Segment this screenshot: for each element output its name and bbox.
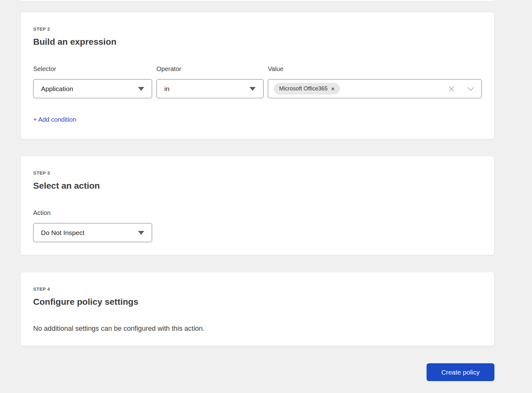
- selector-label: Selector: [33, 66, 152, 72]
- step3-card: STEP 3 Select an action Action Do Not In…: [20, 156, 494, 255]
- add-condition-link[interactable]: + Add condition: [33, 116, 76, 123]
- settings-note: No additional settings can be configured…: [33, 325, 482, 332]
- value-tag-label: Microsoft Office365: [279, 85, 328, 92]
- step3-label: STEP 3: [33, 170, 482, 176]
- operator-label: Operator: [156, 66, 263, 72]
- selector-dropdown[interactable]: Application: [33, 79, 152, 98]
- caret-down-icon: [138, 231, 144, 235]
- footer-actions: Create policy: [20, 363, 494, 381]
- step3-title: Select an action: [33, 181, 482, 191]
- action-field: Action Do Not Inspect: [33, 210, 152, 242]
- operator-dropdown[interactable]: in: [156, 79, 263, 98]
- action-label: Action: [33, 210, 152, 216]
- create-policy-button[interactable]: Create policy: [427, 363, 494, 381]
- value-tag: Microsoft Office365 ✕: [274, 83, 340, 94]
- expression-row: Selector Application Operator in Value M…: [33, 66, 482, 98]
- value-field: Value Microsoft Office365 ✕: [268, 66, 482, 98]
- step4-title: Configure policy settings: [33, 297, 482, 307]
- chevron-down-icon[interactable]: [467, 86, 474, 91]
- caret-down-icon: [249, 87, 256, 91]
- step2-title: Build an expression: [33, 37, 482, 47]
- multiselect-controls: [448, 85, 475, 92]
- step2-label: STEP 2: [33, 26, 482, 32]
- policy-form: STEP 2 Build an expression Selector Appl…: [20, 0, 494, 381]
- operator-field: Operator in: [156, 66, 263, 98]
- tag-remove-icon[interactable]: ✕: [331, 87, 335, 91]
- action-row: Action Do Not Inspect: [33, 210, 482, 242]
- step2-card: STEP 2 Build an expression Selector Appl…: [20, 12, 494, 139]
- value-multiselect[interactable]: Microsoft Office365 ✕: [268, 79, 482, 98]
- caret-down-icon: [138, 87, 144, 91]
- step4-label: STEP 4: [33, 286, 482, 292]
- step4-card: STEP 4 Configure policy settings No addi…: [20, 272, 494, 346]
- action-dropdown[interactable]: Do Not Inspect: [33, 223, 152, 242]
- value-label: Value: [268, 66, 482, 72]
- action-value: Do Not Inspect: [41, 229, 84, 237]
- clear-icon[interactable]: [448, 85, 455, 92]
- selector-value: Application: [41, 85, 73, 93]
- selector-field: Selector Application: [33, 66, 152, 98]
- operator-value: in: [164, 85, 169, 93]
- previous-card-bottom-edge: [20, 0, 494, 1]
